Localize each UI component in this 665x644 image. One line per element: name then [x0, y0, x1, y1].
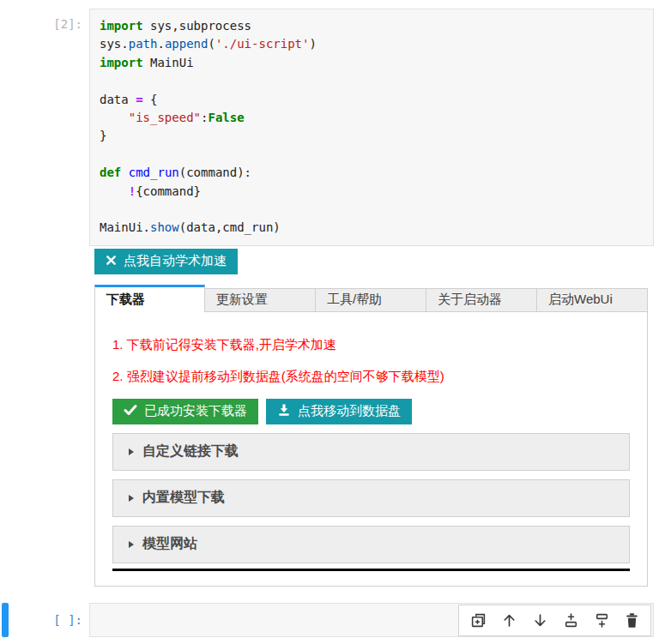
move-to-datadisk-button[interactable]: 点我移动到数据盘	[266, 399, 412, 424]
insert-cell-above-button[interactable]	[563, 612, 579, 629]
move-cell-up-button[interactable]	[501, 612, 517, 629]
code-line: }	[100, 127, 644, 145]
insert-cell-below-icon	[594, 612, 610, 629]
code-editor[interactable]: import sys,subprocesssys.path.append('./…	[89, 9, 654, 246]
tab-bar: 下载器 更新设置 工具/帮助 关于启动器 启动WebUi	[94, 285, 648, 312]
tab-panel-downloader: 1. 下载前记得安装下载器,开启学术加速 2. 强烈建议提前移动到数据盘(系统盘…	[94, 312, 648, 587]
duplicate-cell-button[interactable]	[470, 612, 487, 629]
trash-icon	[625, 612, 639, 629]
code-line: import MainUi	[100, 54, 644, 72]
accordion-label: 模型网站	[142, 535, 197, 553]
note-move-datadisk: 2. 强烈建议提前移动到数据盘(系统盘的空间不够下载模型)	[112, 369, 630, 384]
delete-cell-button[interactable]	[625, 612, 639, 629]
downloader-installed-label: 已成功安装下载器	[144, 403, 247, 419]
tab-label: 工具/帮助	[327, 292, 382, 308]
accordion-model-websites[interactable]: 模型网站	[112, 526, 630, 563]
widget-output: 点我自动学术加速 下载器 更新设置 工具/帮助 关于启动器 启动WebUi 1.…	[94, 249, 648, 587]
action-button-row: 已成功安装下载器 点我移动到数据盘	[112, 399, 630, 424]
accordion-label: 自定义链接下载	[142, 442, 239, 460]
divider	[112, 569, 630, 571]
tab-about-launcher[interactable]: 关于启动器	[426, 288, 537, 312]
insert-cell-above-icon	[563, 612, 579, 629]
insert-cell-below-button[interactable]	[594, 612, 610, 629]
tab-update-settings[interactable]: 更新设置	[205, 288, 316, 312]
accordion-builtin-model-download[interactable]: 内置模型下载	[112, 479, 630, 517]
code-line: sys.path.append('./ui-script')	[100, 35, 644, 53]
tab-label: 更新设置	[216, 292, 268, 308]
downloader-installed-button[interactable]: 已成功安装下载器	[112, 399, 258, 424]
code-line	[100, 72, 644, 90]
accordion-custom-link-download[interactable]: 自定义链接下载	[112, 433, 630, 471]
academic-accelerate-label: 点我自动学术加速	[124, 253, 227, 269]
arrow-up-icon	[501, 612, 517, 629]
tab-launch-webui[interactable]: 启动WebUi	[537, 288, 648, 312]
tab-tools-help[interactable]: 工具/帮助	[316, 288, 426, 312]
cell-collapser[interactable]	[2, 603, 9, 637]
arrow-down-icon	[532, 612, 548, 629]
chevron-right-icon	[129, 448, 134, 455]
x-icon	[106, 254, 117, 268]
cell-toolbar	[458, 605, 651, 636]
accordion-label: 内置模型下载	[142, 489, 225, 507]
chevron-right-icon	[129, 541, 134, 548]
tab-label: 关于启动器	[438, 292, 502, 308]
execution-prompt: [ ]:	[9, 603, 89, 637]
tab-label: 启动WebUi	[548, 292, 613, 308]
code-line: data = {	[100, 91, 644, 109]
code-cell: [2]: import sys,subprocesssys.path.appen…	[0, 0, 665, 246]
tab-label: 下载器	[106, 292, 145, 308]
download-icon	[277, 403, 291, 419]
code-line: import sys,subprocess	[100, 17, 644, 35]
code-line: MainUi.show(data,cmd_run)	[100, 219, 644, 237]
execution-prompt: [2]:	[0, 9, 89, 31]
move-to-datadisk-label: 点我移动到数据盘	[298, 403, 401, 419]
duplicate-cell-icon	[470, 612, 487, 629]
empty-code-cell: [ ]:	[0, 603, 665, 637]
note-install-downloader: 1. 下载前记得安装下载器,开启学术加速	[112, 337, 630, 352]
check-icon	[124, 404, 137, 418]
chevron-right-icon	[129, 495, 134, 502]
academic-accelerate-button[interactable]: 点我自动学术加速	[94, 249, 238, 274]
tab-downloader[interactable]: 下载器	[94, 285, 205, 312]
code-line: !{command}	[100, 183, 644, 201]
code-line	[100, 201, 644, 219]
code-line: def cmd_run(command):	[100, 164, 644, 182]
move-cell-down-button[interactable]	[532, 612, 548, 629]
empty-code-editor[interactable]	[89, 603, 654, 637]
code-line: "is_speed":False	[100, 109, 644, 127]
code-line	[100, 146, 644, 164]
